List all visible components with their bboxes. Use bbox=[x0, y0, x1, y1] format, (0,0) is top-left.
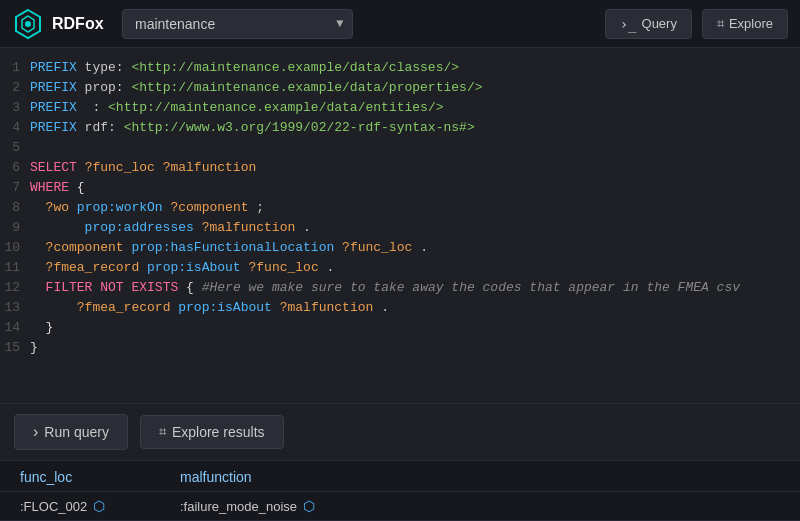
code-line-13: 13 ?fmea_record prop:isAbout ?malfunctio… bbox=[0, 298, 800, 318]
code-line-9: 9 prop:addresses ?malfunction . bbox=[0, 218, 800, 238]
col-header-func-loc: func_loc bbox=[20, 469, 180, 485]
database-dropdown-container[interactable]: maintenance ▼ bbox=[122, 9, 353, 39]
code-line-10: 10 ?component prop:hasFunctionalLocation… bbox=[0, 238, 800, 258]
explore-button-label: Explore bbox=[729, 16, 773, 31]
main-content: 1 PREFIX type: <http://maintenance.examp… bbox=[0, 48, 800, 521]
query-button[interactable]: ›_ Query bbox=[605, 9, 692, 39]
code-line-3: 3 PREFIX : <http://maintenance.example/d… bbox=[0, 98, 800, 118]
results-header: func_loc malfunction bbox=[0, 461, 800, 492]
table-row: :FLOC_002 ⬡ :failure_mode_noise ⬡ bbox=[0, 492, 800, 521]
col-header-malfunction: malfunction bbox=[180, 469, 340, 485]
logo-area: RDFox bbox=[12, 8, 112, 40]
code-line-1: 1 PREFIX type: <http://maintenance.examp… bbox=[0, 58, 800, 78]
explore-icon: ⌗ bbox=[717, 16, 724, 32]
results-area: func_loc malfunction :FLOC_002 ⬡ :failur… bbox=[0, 460, 800, 521]
app-header: RDFox maintenance ▼ ›_ Query ⌗ Explore bbox=[0, 0, 800, 48]
code-line-4: 4 PREFIX rdf: <http://www.w3.org/1999/02… bbox=[0, 118, 800, 138]
code-line-12: 12 FILTER NOT EXISTS { #Here we make sur… bbox=[0, 278, 800, 298]
malfunction-value: :failure_mode_noise bbox=[180, 499, 297, 514]
func-loc-link-icon[interactable]: ⬡ bbox=[93, 498, 105, 514]
code-line-5: 5 bbox=[0, 138, 800, 158]
svg-point-2 bbox=[25, 21, 31, 27]
explore-button[interactable]: ⌗ Explore bbox=[702, 9, 788, 39]
code-line-14: 14 } bbox=[0, 318, 800, 338]
explore-results-button[interactable]: ⌗ Explore results bbox=[140, 415, 284, 449]
code-line-7: 7 WHERE { bbox=[0, 178, 800, 198]
terminal-icon: ›_ bbox=[620, 16, 637, 32]
code-line-2: 2 PREFIX prop: <http://maintenance.examp… bbox=[0, 78, 800, 98]
cell-func-loc: :FLOC_002 ⬡ bbox=[20, 498, 180, 514]
explore-results-label: Explore results bbox=[172, 424, 265, 440]
logo-icon bbox=[12, 8, 44, 40]
code-editor[interactable]: 1 PREFIX type: <http://maintenance.examp… bbox=[0, 48, 800, 403]
code-line-15: 15 } bbox=[0, 338, 800, 358]
logo-text: RDFox bbox=[52, 15, 104, 33]
func-loc-value: :FLOC_002 bbox=[20, 499, 87, 514]
cell-malfunction: :failure_mode_noise ⬡ bbox=[180, 498, 340, 514]
database-dropdown[interactable]: maintenance bbox=[122, 9, 353, 39]
code-line-11: 11 ?fmea_record prop:isAbout ?func_loc . bbox=[0, 258, 800, 278]
malfunction-link-icon[interactable]: ⬡ bbox=[303, 498, 315, 514]
code-line-8: 8 ?wo prop:workOn ?component ; bbox=[0, 198, 800, 218]
query-button-label: Query bbox=[642, 16, 677, 31]
code-line-6: 6 SELECT ?func_loc ?malfunction bbox=[0, 158, 800, 178]
run-query-button[interactable]: › Run query bbox=[14, 414, 128, 450]
run-icon: › bbox=[33, 423, 38, 441]
run-query-label: Run query bbox=[44, 424, 109, 440]
query-toolbar: › Run query ⌗ Explore results bbox=[0, 403, 800, 460]
explore-results-icon: ⌗ bbox=[159, 424, 166, 440]
